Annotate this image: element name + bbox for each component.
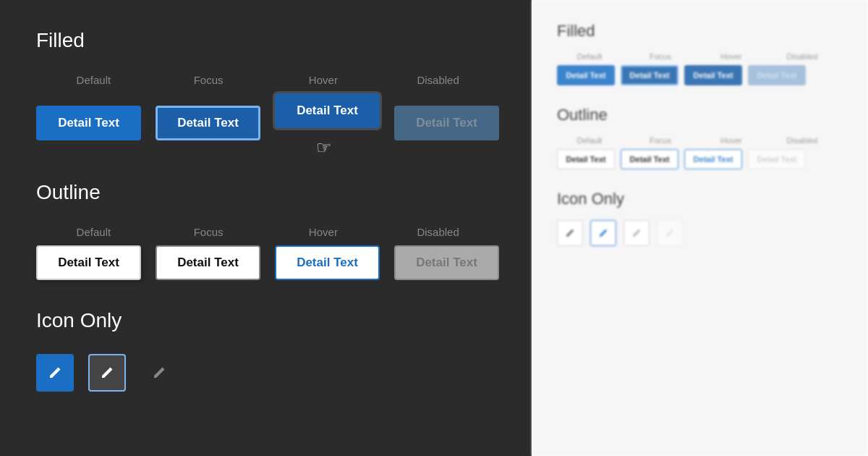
filled-buttons-row-light: Detail Text Detail Text Detail Text Deta…	[557, 65, 843, 85]
focus-label-dark: Focus	[151, 74, 266, 86]
outline-hover-button-light[interactable]: Detail Text	[684, 149, 742, 169]
outline-focus-button-light[interactable]: Detail Text	[621, 149, 678, 169]
outline-default-label-dark: Default	[36, 226, 151, 238]
outline-disabled-button-light: Detail Text	[748, 149, 806, 169]
filled-buttons-row-dark: Detail Text Detail Text Detail Text ☞ De…	[36, 93, 495, 152]
left-panel: Filled Default Focus Hover Disabled Deta…	[0, 0, 532, 456]
filled-hover-button-dark[interactable]: Detail Text	[275, 93, 380, 128]
filled-title-light: Filled	[557, 22, 843, 41]
default-label-light: Default	[557, 52, 622, 61]
icon-hover-button-light[interactable]	[624, 220, 650, 246]
disabled-label-dark: Disabled	[380, 74, 495, 86]
right-panel: Filled Default Focus Hover Disabled Deta…	[532, 0, 868, 456]
icon-default-button-dark[interactable]	[36, 354, 74, 392]
icon-only-buttons-row-dark	[36, 354, 495, 392]
filled-section-dark: Filled Default Focus Hover Disabled Deta…	[36, 29, 495, 152]
outline-default-button-dark[interactable]: Detail Text	[36, 245, 141, 280]
pencil-icon-focus-dark	[100, 366, 114, 380]
outline-focus-label-light: Focus	[628, 136, 693, 145]
icon-focus-button-dark[interactable]	[88, 354, 126, 392]
default-label-dark: Default	[36, 74, 151, 86]
pencil-icon-focus-light	[598, 228, 608, 238]
filled-disabled-button-light: Detail Text	[748, 65, 806, 85]
outline-disabled-label-dark: Disabled	[380, 226, 495, 238]
outline-default-label-light: Default	[557, 136, 622, 145]
outline-disabled-button-dark: Detail Text	[394, 245, 499, 280]
icon-only-section-dark: Icon Only	[36, 309, 495, 392]
state-labels-filled-light: Default Focus Hover Disabled	[557, 52, 843, 61]
state-labels-outline-light: Default Focus Hover Disabled	[557, 136, 843, 145]
outline-hover-button-dark[interactable]: Detail Text	[275, 245, 380, 280]
outline-disabled-label-light: Disabled	[770, 136, 835, 145]
outline-title-dark: Outline	[36, 181, 495, 204]
icon-only-buttons-row-light	[557, 220, 843, 246]
pencil-icon-default-dark	[48, 366, 62, 380]
filled-title-dark: Filled	[36, 29, 495, 52]
icon-only-title-dark: Icon Only	[36, 309, 495, 332]
pencil-icon-hover-dark	[152, 366, 166, 380]
pencil-icon-hover-light	[631, 228, 642, 238]
icon-only-title-light: Icon Only	[557, 190, 843, 208]
outline-title-light: Outline	[557, 106, 843, 124]
filled-hover-button-light[interactable]: Detail Text	[684, 65, 742, 85]
icon-focus-button-light[interactable]	[590, 220, 616, 246]
outline-section-light: Outline Default Focus Hover Disabled Det…	[557, 106, 843, 169]
disabled-label-light: Disabled	[770, 52, 835, 61]
outline-hover-label-dark: Hover	[266, 226, 381, 238]
filled-section-light: Filled Default Focus Hover Disabled Deta…	[557, 22, 843, 85]
focus-label-light: Focus	[628, 52, 693, 61]
cursor-hand-icon: ☞	[316, 138, 332, 158]
state-labels-filled-dark: Default Focus Hover Disabled	[36, 74, 495, 86]
filled-focus-button-dark[interactable]: Detail Text	[156, 106, 260, 140]
outline-buttons-row-light: Detail Text Detail Text Detail Text Deta…	[557, 149, 843, 169]
icon-default-button-light[interactable]	[557, 220, 583, 246]
outline-default-button-light[interactable]: Detail Text	[557, 149, 615, 169]
outline-focus-button-dark[interactable]: Detail Text	[156, 245, 260, 280]
hover-label-dark: Hover	[266, 74, 381, 86]
hover-button-container: Detail Text ☞	[275, 93, 380, 152]
outline-section-dark: Outline Default Focus Hover Disabled Det…	[36, 181, 495, 280]
hover-label-light: Hover	[699, 52, 764, 61]
pencil-icon-default-light	[565, 228, 575, 238]
icon-only-section-light: Icon Only	[557, 190, 843, 246]
outline-hover-label-light: Hover	[699, 136, 764, 145]
state-labels-outline-dark: Default Focus Hover Disabled	[36, 226, 495, 238]
outline-focus-label-dark: Focus	[151, 226, 266, 238]
pencil-icon-disabled-light	[665, 228, 675, 238]
filled-default-button-light[interactable]: Detail Text	[557, 65, 615, 85]
icon-disabled-button-light	[657, 220, 683, 246]
outline-buttons-row-dark: Detail Text Detail Text Detail Text Deta…	[36, 245, 495, 280]
filled-default-button-dark[interactable]: Detail Text	[36, 106, 141, 140]
icon-hover-button-dark[interactable]	[140, 354, 178, 392]
filled-disabled-button-dark: Detail Text	[394, 106, 499, 140]
filled-focus-button-light[interactable]: Detail Text	[621, 65, 678, 85]
